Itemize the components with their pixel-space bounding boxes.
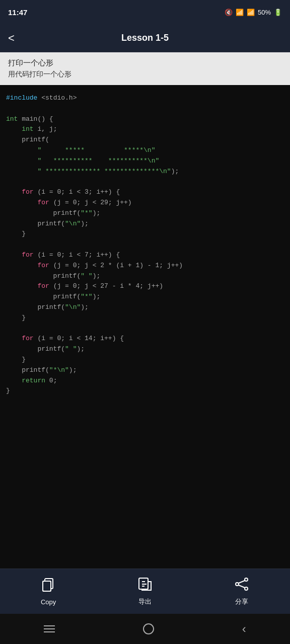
bottom-toolbar: Copy 导出 分享 xyxy=(0,569,290,614)
code-line: int main() { xyxy=(6,114,284,125)
code-line: printf("\n"); xyxy=(6,219,284,229)
export-icon xyxy=(137,577,153,595)
share-icon xyxy=(234,577,249,595)
export-label: 导出 xyxy=(138,597,152,606)
code-line xyxy=(6,177,284,187)
copy-button[interactable]: Copy xyxy=(41,578,56,606)
svg-rect-1 xyxy=(43,581,51,591)
code-line: printf("*"); xyxy=(6,292,284,302)
code-line: printf("*"); xyxy=(6,208,284,219)
nav-back-button[interactable]: ‹ xyxy=(242,622,246,636)
code-line: printf(" "); xyxy=(6,344,284,355)
code-line: return 0; xyxy=(6,376,284,386)
svg-line-7 xyxy=(239,581,245,583)
code-line: printf( xyxy=(6,135,284,145)
nav-bar: ‹ xyxy=(0,614,290,644)
code-line: printf(" "); xyxy=(6,271,284,282)
wifi-icon: 📶 xyxy=(236,9,244,16)
code-line: } xyxy=(6,229,284,239)
svg-point-5 xyxy=(236,583,239,586)
battery-icon: 🔋 xyxy=(274,9,282,16)
status-bar: 11:47 🔇 📶 📶 50% 🔋 xyxy=(0,0,290,24)
svg-point-4 xyxy=(245,578,248,581)
svg-point-6 xyxy=(245,587,248,590)
copy-icon xyxy=(41,578,56,596)
code-line: for (i = 0; i < 3; i++) { xyxy=(6,187,284,198)
code-line xyxy=(6,324,284,334)
mute-icon: 🔇 xyxy=(225,9,233,16)
code-line xyxy=(6,104,284,114)
description-subtitle: 用代码打印一个心形 xyxy=(8,70,282,79)
code-line: " ********** **********\n" xyxy=(6,156,284,167)
description-area: 打印一个心形 用代码打印一个心形 xyxy=(0,52,290,85)
code-line: for (i = 0; i < 7; i++) { xyxy=(6,250,284,261)
code-line: for (j = 0; j < 2 * (i + 1) - 1; j++) xyxy=(6,261,284,271)
status-icons: 🔇 📶 📶 50% 🔋 xyxy=(225,9,282,16)
description-title: 打印一个心形 xyxy=(8,58,282,68)
svg-line-8 xyxy=(239,585,245,588)
code-line: " ***** *****\n" xyxy=(6,145,284,156)
code-line: for (i = 0; i < 14; i++) { xyxy=(6,334,284,344)
code-line: for (j = 0; j < 29; j++) xyxy=(6,198,284,208)
header: < Lesson 1-5 xyxy=(0,24,290,52)
code-line: for (j = 0; j < 27 - i * 4; j++) xyxy=(6,281,284,292)
code-line: } xyxy=(6,313,284,324)
back-button[interactable]: < xyxy=(8,32,15,45)
code-line: int i, j; xyxy=(6,124,284,135)
export-button[interactable]: 导出 xyxy=(137,577,153,606)
code-line: } xyxy=(6,386,284,396)
nav-menu-button[interactable] xyxy=(44,625,55,632)
code-area: #include <stdio.h> int main() { int i, j… xyxy=(0,85,290,569)
status-time: 11:47 xyxy=(8,8,27,17)
code-line: #include <stdio.h> xyxy=(6,93,284,104)
signal-icon: 📶 xyxy=(247,9,255,16)
share-button[interactable]: 分享 xyxy=(234,577,249,606)
code-line xyxy=(6,239,284,250)
copy-label: Copy xyxy=(41,598,56,606)
code-line: } xyxy=(6,355,284,365)
battery-text: 50% xyxy=(258,9,271,16)
share-label: 分享 xyxy=(235,597,248,606)
header-title: Lesson 1-5 xyxy=(121,33,169,43)
code-line: " ************** **************\n"); xyxy=(6,167,284,177)
code-line: printf("*\n"); xyxy=(6,365,284,376)
nav-home-button[interactable] xyxy=(143,623,154,634)
code-line: printf("\n"); xyxy=(6,302,284,313)
